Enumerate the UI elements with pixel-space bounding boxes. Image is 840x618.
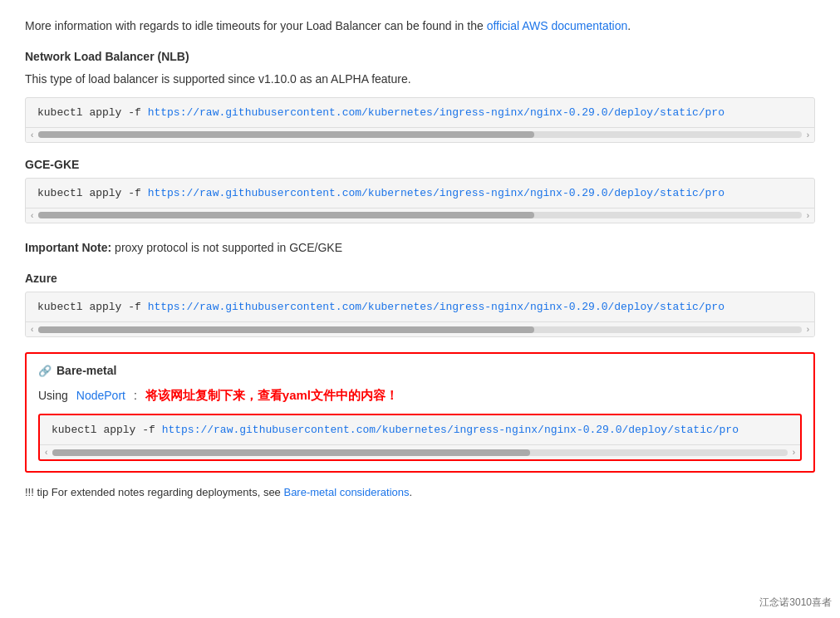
- bare-metal-cmd-kubectl: kubectl: [52, 424, 97, 436]
- gce-gke-code-text[interactable]: kubectl apply -f https://raw.githubuserc…: [26, 179, 814, 208]
- nodeport-link[interactable]: NodePort: [76, 386, 125, 405]
- azure-scrollbar[interactable]: ‹ ›: [26, 321, 814, 336]
- gce-gke-scroll-thumb: [38, 212, 534, 218]
- bare-metal-scrollbar[interactable]: ‹ ›: [40, 444, 800, 459]
- gce-gke-scroll-left[interactable]: ‹: [29, 211, 35, 220]
- nlb-code-text[interactable]: kubectl apply -f https://raw.githubuserc…: [26, 98, 814, 127]
- azure-scroll-track[interactable]: [38, 326, 801, 333]
- using-text: Using: [38, 386, 68, 405]
- gce-gke-cmd-kubectl: kubectl: [37, 187, 83, 199]
- intro-period: .: [627, 19, 631, 32]
- azure-section: Azure kubectl apply -f https://raw.githu…: [25, 272, 815, 337]
- nlb-heading: Network Load Balancer (NLB): [25, 50, 815, 63]
- bare-metal-cmd-flag: -f: [135, 424, 155, 436]
- nodeport-colon: :: [134, 386, 137, 405]
- azure-heading: Azure: [25, 272, 815, 285]
- tip-prefix: !!! tip For extended notes regarding dep…: [25, 486, 283, 498]
- bare-metal-cmd-apply: apply: [97, 424, 136, 436]
- important-note: Important Note: proxy protocol is not su…: [25, 238, 815, 257]
- nodeport-row: Using NodePort: 将该网址复制下来，查看yaml文件中的内容！: [38, 385, 802, 405]
- nlb-cmd-flag: -f: [121, 106, 140, 119]
- important-note-text: proxy protocol is not supported in GCE/G…: [111, 241, 342, 254]
- important-note-label: Important Note:: [25, 241, 111, 254]
- gce-gke-scroll-track[interactable]: [38, 212, 801, 218]
- bare-metal-scroll-track[interactable]: [52, 449, 787, 456]
- nlb-description: This type of load balancer is supported …: [25, 70, 815, 88]
- nlb-cmd-url: https://raw.githubusercontent.com/kubern…: [141, 106, 725, 119]
- bare-metal-scroll-thumb: [52, 449, 530, 456]
- annotation-text: 将该网址复制下来，查看yaml文件中的内容！: [145, 385, 398, 405]
- bare-metal-heading-row: 🔗 Bare-metal: [38, 364, 802, 377]
- azure-scroll-thumb: [38, 326, 534, 333]
- azure-scroll-left[interactable]: ‹: [29, 325, 35, 334]
- nlb-cmd-kubectl: kubectl: [37, 106, 83, 119]
- nlb-code-block: kubectl apply -f https://raw.githubuserc…: [25, 97, 815, 143]
- azure-cmd-apply: apply: [83, 301, 122, 313]
- nlb-scrollbar[interactable]: ‹ ›: [26, 127, 814, 142]
- bare-metal-scroll-right[interactable]: ›: [791, 448, 797, 457]
- bare-metal-section: 🔗 Bare-metal Using NodePort: 将该网址复制下来，查看…: [25, 352, 815, 473]
- nlb-cmd-apply: apply: [83, 106, 122, 119]
- gce-gke-code-block: kubectl apply -f https://raw.githubuserc…: [25, 178, 815, 223]
- intro-paragraph: More information with regards to idle ti…: [25, 17, 815, 35]
- gce-gke-scroll-right[interactable]: ›: [805, 211, 811, 220]
- tip-suffix: .: [410, 486, 413, 498]
- gce-gke-cmd-url: https://raw.githubusercontent.com/kubern…: [141, 187, 725, 199]
- watermark-text: 江念诺3010喜者: [759, 596, 832, 608]
- watermark: 江念诺3010喜者: [759, 596, 832, 610]
- bare-metal-scroll-left[interactable]: ‹: [43, 448, 49, 457]
- azure-scroll-right[interactable]: ›: [805, 325, 811, 334]
- nlb-section: Network Load Balancer (NLB) This type of…: [25, 50, 815, 142]
- gce-gke-heading: GCE-GKE: [25, 158, 815, 171]
- azure-cmd-url: https://raw.githubusercontent.com/kubern…: [141, 301, 725, 313]
- bare-metal-heading-text: Bare-metal: [56, 364, 116, 377]
- nlb-scroll-thumb: [38, 131, 534, 138]
- bare-metal-code-block: kubectl apply -f https://raw.githubuserc…: [40, 415, 800, 459]
- bare-metal-considerations-link[interactable]: Bare-metal considerations: [283, 486, 409, 498]
- nlb-scroll-right[interactable]: ›: [805, 130, 811, 140]
- bare-metal-code-text[interactable]: kubectl apply -f https://raw.githubuserc…: [40, 415, 800, 444]
- bare-metal-link-icon: 🔗: [38, 365, 52, 377]
- azure-code-text[interactable]: kubectl apply -f https://raw.githubuserc…: [26, 292, 814, 321]
- nlb-scroll-left[interactable]: ‹: [29, 130, 35, 140]
- aws-docs-link[interactable]: official AWS documentation: [487, 19, 628, 32]
- azure-code-block: kubectl apply -f https://raw.githubuserc…: [25, 292, 815, 337]
- intro-text: More information with regards to idle ti…: [25, 19, 487, 32]
- tip-paragraph: !!! tip For extended notes regarding dep…: [25, 484, 815, 502]
- bare-metal-cmd-url: https://raw.githubusercontent.com/kubern…: [155, 424, 739, 436]
- azure-cmd-flag: -f: [121, 301, 140, 313]
- gce-gke-cmd-flag: -f: [121, 187, 140, 199]
- nlb-scroll-track[interactable]: [38, 131, 801, 138]
- gce-gke-scrollbar[interactable]: ‹ ›: [26, 208, 814, 223]
- bare-metal-inner-code-box: kubectl apply -f https://raw.githubuserc…: [38, 414, 802, 461]
- azure-cmd-kubectl: kubectl: [37, 301, 83, 313]
- gce-gke-section: GCE-GKE kubectl apply -f https://raw.git…: [25, 158, 815, 223]
- gce-gke-cmd-apply: apply: [83, 187, 122, 199]
